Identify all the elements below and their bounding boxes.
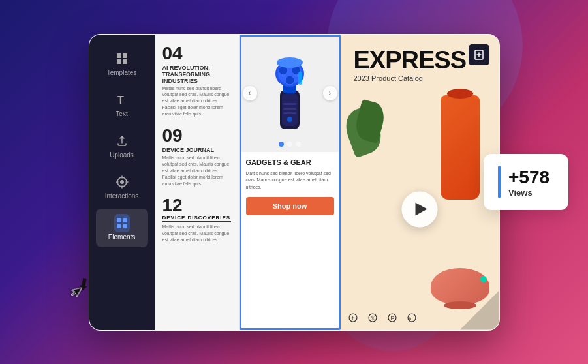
teal-dot-decoration bbox=[480, 276, 487, 282]
article-text-3: Mattis nunc sed blandit libero volutpat … bbox=[162, 224, 231, 243]
bowl-decoration bbox=[431, 268, 489, 304]
svg-point-10 bbox=[123, 224, 127, 228]
carousel-dot-2[interactable] bbox=[287, 142, 292, 147]
article-number-2: 09 bbox=[162, 127, 231, 145]
stats-content: +578 Views bbox=[508, 167, 549, 198]
product-info: GADGETS & GEAR Mattis nunc sed blandit l… bbox=[240, 152, 341, 330]
sidebar-uploads-label: Uploads bbox=[110, 151, 134, 159]
product-description: Mattis nunc sed blandit libero volutpat … bbox=[246, 170, 334, 191]
magazine-title: EXPRESS bbox=[354, 48, 486, 72]
sidebar-item-templates[interactable]: Templates bbox=[96, 44, 148, 83]
bookmark-button[interactable] bbox=[469, 44, 489, 65]
social-bar: f 𝕏 P in bbox=[347, 312, 418, 324]
sidebar-elements-label: Elements bbox=[108, 234, 136, 241]
play-icon bbox=[415, 203, 427, 216]
article-title-2: Device Journal bbox=[162, 147, 231, 153]
twitter-icon[interactable]: 𝕏 bbox=[367, 312, 379, 324]
grid-icon bbox=[114, 51, 130, 67]
article-panel: 04 AI Revolution: Transforming Industrie… bbox=[155, 35, 240, 330]
svg-rect-3 bbox=[123, 59, 127, 64]
svg-rect-0 bbox=[117, 53, 121, 58]
sidebar: Templates T Text Uploads bbox=[89, 35, 155, 330]
article-text-2: Mattis nunc sed blandit libero volutpat … bbox=[162, 155, 231, 187]
sidebar-text-label: Text bbox=[116, 110, 127, 117]
article-number-1: 04 bbox=[162, 44, 231, 63]
vase-tall-decoration bbox=[441, 95, 480, 200]
svg-rect-13 bbox=[283, 103, 296, 105]
magazine-subtitle: 2023 Product Catalog bbox=[354, 74, 486, 82]
play-button[interactable] bbox=[402, 191, 438, 227]
svg-point-23 bbox=[277, 57, 303, 68]
svg-text:f: f bbox=[352, 315, 354, 322]
svg-text:P: P bbox=[390, 315, 394, 322]
content-area: 04 AI Revolution: Transforming Industrie… bbox=[155, 35, 499, 330]
stats-number: +578 bbox=[508, 167, 549, 188]
main-editor-card: Templates T Text Uploads bbox=[89, 34, 500, 331]
sidebar-templates-label: Templates bbox=[107, 69, 137, 76]
product-panel: ‹ › GADGETS & GEAR Mattis nunc sed bland… bbox=[240, 35, 341, 330]
product-image-razor bbox=[260, 51, 319, 136]
text-icon: T bbox=[114, 92, 130, 108]
magazine-panel: EXPRESS 2023 Product Catalog bbox=[341, 35, 499, 330]
product-image-area: ‹ › bbox=[240, 35, 341, 152]
magazine-header: EXPRESS 2023 Product Catalog bbox=[341, 35, 499, 89]
sidebar-item-elements[interactable]: Elements bbox=[96, 209, 148, 247]
upload-icon bbox=[114, 133, 130, 149]
carousel-dot-3[interactable] bbox=[296, 142, 301, 147]
shop-now-button[interactable]: Shop now bbox=[246, 197, 334, 215]
sidebar-item-interactions[interactable]: Interactions bbox=[96, 168, 148, 206]
svg-rect-8 bbox=[123, 218, 127, 222]
svg-rect-24 bbox=[298, 72, 302, 85]
svg-rect-7 bbox=[117, 218, 121, 222]
article-number-3: 12 bbox=[162, 196, 231, 215]
facebook-icon[interactable]: f bbox=[347, 312, 359, 324]
svg-text:T: T bbox=[117, 95, 124, 106]
sidebar-item-uploads[interactable]: Uploads bbox=[96, 127, 148, 165]
pinterest-icon[interactable]: P bbox=[386, 312, 398, 324]
magazine-visual: f 𝕏 P in bbox=[341, 89, 499, 330]
svg-point-6 bbox=[120, 180, 124, 184]
carousel-dot-1[interactable] bbox=[279, 142, 284, 147]
svg-rect-14 bbox=[283, 108, 296, 110]
brand-logo: DEVICE DISCOVERIES bbox=[162, 215, 231, 222]
brand-name: DEVICE DISCOVERIES bbox=[162, 215, 231, 220]
article-text-1: Mattis nunc sed blandit libero volutpat … bbox=[162, 85, 231, 117]
linkedin-icon[interactable]: in bbox=[406, 312, 418, 324]
sidebar-interactions-label: Interactions bbox=[105, 192, 139, 200]
interactions-icon bbox=[114, 174, 130, 190]
svg-point-16 bbox=[287, 117, 292, 122]
svg-point-22 bbox=[285, 76, 294, 85]
article-title-1: AI Revolution: Transforming Industries bbox=[162, 65, 231, 84]
carousel-next-button[interactable]: › bbox=[323, 86, 337, 100]
elements-icon bbox=[114, 215, 130, 231]
stats-label: Views bbox=[508, 188, 549, 198]
svg-text:𝕏: 𝕏 bbox=[371, 316, 375, 322]
product-category: GADGETS & GEAR bbox=[246, 159, 334, 167]
carousel-dots bbox=[279, 142, 301, 147]
sidebar-item-text[interactable]: T Text bbox=[96, 85, 148, 124]
stats-accent-bar bbox=[498, 166, 501, 198]
brand-divider bbox=[162, 221, 231, 222]
svg-rect-9 bbox=[117, 224, 121, 228]
svg-rect-1 bbox=[123, 53, 127, 58]
svg-rect-2 bbox=[117, 59, 121, 64]
svg-text:in: in bbox=[409, 316, 413, 321]
carousel-prev-button[interactable]: ‹ bbox=[243, 86, 257, 100]
svg-rect-15 bbox=[283, 112, 296, 114]
stats-card: +578 Views bbox=[484, 154, 568, 210]
